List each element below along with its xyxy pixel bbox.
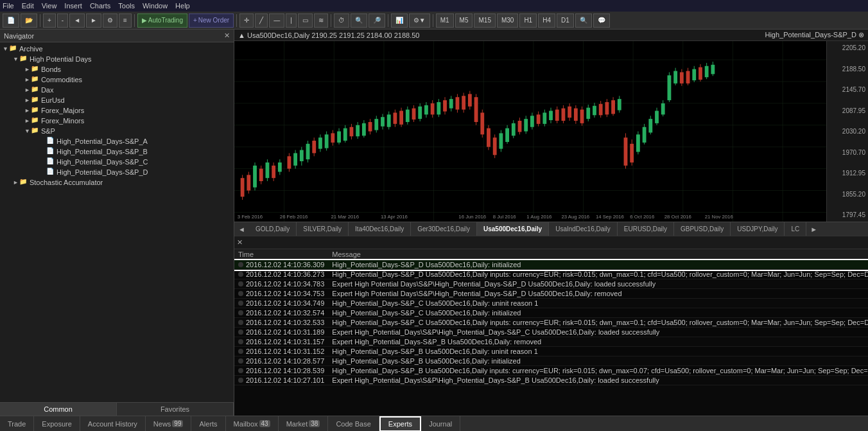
chart-tab-eurusd[interactable]: EURUSD,Daily: [618, 222, 674, 236]
tree-item-spc[interactable]: 📄 High_Potential_Days-S&P_C: [0, 157, 234, 167]
log-row[interactable]: 2016.12.02 14:10:31.152High_Potential_Da…: [234, 347, 868, 356]
bottom-tab-trade[interactable]: Trade: [0, 416, 34, 432]
chat-button[interactable]: 💬: [593, 13, 610, 28]
zoom-button[interactable]: 🔍: [351, 13, 367, 28]
bottom-tab-journal[interactable]: Journal: [421, 416, 460, 432]
log-row[interactable]: 2016.12.02 14:10:32.574High_Potential_Da…: [234, 308, 868, 318]
tree-item-bonds[interactable]: ► 📁 Bonds: [0, 64, 234, 75]
line-button[interactable]: ╱: [255, 13, 268, 28]
log-row[interactable]: 2016.12.02 14:10:32.533High_Potential_Da…: [234, 318, 868, 328]
h1-button[interactable]: H1: [519, 13, 537, 28]
m30-button[interactable]: M30: [497, 13, 518, 28]
chart-tab-usaind[interactable]: UsaIndDec16,Daily: [549, 222, 618, 236]
log-row[interactable]: 2016.12.02 14:10:34.783Expert High Poten…: [234, 279, 868, 289]
menu-insert[interactable]: Insert: [64, 2, 82, 10]
autotrading-button[interactable]: ▶ AutoTrading: [137, 13, 187, 28]
scroll-right-button[interactable]: ►: [86, 13, 101, 28]
chart-tab-prev[interactable]: ◄: [234, 224, 249, 234]
expand-forex-majors[interactable]: ►: [24, 107, 30, 114]
expand-eurusd[interactable]: ►: [24, 97, 30, 103]
menu-edit[interactable]: Edit: [22, 2, 34, 10]
m5-button[interactable]: M5: [455, 13, 473, 28]
m1-button[interactable]: M1: [436, 13, 454, 28]
tree-item-high-potential-days[interactable]: ▼ 📁 High Potential Days: [0, 54, 234, 64]
bottom-tab-market[interactable]: Market38: [279, 416, 329, 432]
log-row[interactable]: 2016.12.02 14:10:31.189Expert High_Poten…: [234, 328, 868, 337]
chart-canvas[interactable]: 3 Feb 2016 26 Feb 2016 21 Mar 2016 13 Ap…: [234, 41, 868, 222]
bottom-tab-account-history[interactable]: Account History: [80, 416, 146, 432]
log-row[interactable]: 2016.12.02 14:10:28.577High_Potential_Da…: [234, 356, 868, 366]
zoomout2-button[interactable]: 🔎: [369, 13, 385, 28]
tree-item-stochastic[interactable]: ► 📁 Stochastic Accumulator: [0, 177, 234, 188]
open-button[interactable]: 📂: [21, 13, 37, 28]
menu-help[interactable]: Help: [175, 2, 190, 10]
chart-tab-gold[interactable]: GOLD,Daily: [249, 222, 297, 236]
expand-commodities[interactable]: ►: [24, 76, 30, 83]
tree-item-eurusd[interactable]: ► 📁 EurUsd: [0, 95, 234, 105]
new-chart-button[interactable]: 📄: [3, 13, 19, 28]
expand-sp[interactable]: ▼: [24, 128, 30, 134]
log-row[interactable]: 2016.12.02 14:10:34.753Expert High Poten…: [234, 289, 868, 299]
expand-bonds[interactable]: ►: [24, 66, 30, 73]
zoom-in-button[interactable]: +: [43, 13, 56, 28]
fib-button[interactable]: ≋: [314, 13, 328, 28]
tree-item-commodities[interactable]: ► 📁 Commodities: [0, 75, 234, 85]
vline-button[interactable]: |: [286, 13, 297, 28]
log-row[interactable]: 2016.12.02 14:10:31.157Expert High_Poten…: [234, 337, 868, 347]
tree-item-forex-minors[interactable]: ► 📁 Forex_Minors: [0, 116, 234, 126]
search-button[interactable]: 🔍: [575, 13, 592, 28]
bottom-tab-mailbox[interactable]: Mailbox43: [226, 416, 279, 432]
zoom-out-button[interactable]: -: [57, 13, 68, 28]
expand-hpd[interactable]: ▼: [13, 56, 19, 62]
log-row[interactable]: 2016.12.02 14:10:27.101Expert High_Poten…: [234, 376, 868, 385]
d1-button[interactable]: D1: [557, 13, 574, 28]
log-table[interactable]: Time Message 2016.12.02 14:10:36.309High…: [234, 249, 868, 416]
menu-view[interactable]: View: [42, 2, 57, 10]
period-button[interactable]: ⏱: [334, 13, 349, 28]
tree-item-spa[interactable]: 📄 High_Potential_Days-S&P_A: [0, 136, 234, 146]
log-row[interactable]: 2016.12.02 14:10:28.539High_Potential_Da…: [234, 366, 868, 376]
indicators-button[interactable]: 📊: [391, 13, 408, 28]
bottom-tab-codebase[interactable]: Code Base: [328, 416, 379, 432]
menu-tools[interactable]: Tools: [118, 2, 135, 10]
template-button[interactable]: ≡: [119, 13, 132, 28]
tree-item-archive[interactable]: ▼ 📁 Archive: [0, 44, 234, 54]
menu-file[interactable]: File: [3, 2, 14, 10]
nav-tab-common[interactable]: Common: [0, 403, 117, 416]
crosshair-button[interactable]: ✛: [239, 13, 254, 28]
new-order-button[interactable]: + New Order: [189, 13, 234, 28]
m15-button[interactable]: M15: [474, 13, 495, 28]
rect-button[interactable]: ▭: [298, 13, 313, 28]
chart-settings-button[interactable]: ⚙▼: [409, 13, 430, 28]
bottom-tab-alerts[interactable]: Alerts: [191, 416, 225, 432]
expand-stochastic[interactable]: ►: [13, 179, 19, 186]
tree-item-spd[interactable]: 📄 High_Potential_Days-S&P_D: [0, 167, 234, 177]
expand-forex-minors[interactable]: ►: [24, 118, 30, 124]
log-row[interactable]: 2016.12.02 14:10:36.273High_Potential_Da…: [234, 270, 868, 279]
bottom-tab-exposure[interactable]: Exposure: [34, 416, 80, 432]
menu-window[interactable]: Window: [143, 2, 168, 10]
chart-tab-next[interactable]: ►: [806, 224, 821, 234]
tree-item-sp[interactable]: ▼ 📁 S&P: [0, 126, 234, 136]
bottom-tab-news[interactable]: News99: [146, 416, 192, 432]
chart-tab-ger30[interactable]: Ger30Dec16,Daily: [411, 222, 477, 236]
log-close-button[interactable]: ✕: [237, 238, 243, 247]
chart-tab-usa500[interactable]: Usa500Dec16,Daily: [477, 222, 549, 236]
tree-item-forex-majors[interactable]: ► 📁 Forex_Majors: [0, 105, 234, 116]
navigator-close-button[interactable]: ✕: [224, 31, 230, 40]
expand-dax[interactable]: ►: [24, 87, 30, 93]
log-row[interactable]: 2016.12.02 14:10:36.309High_Potential_Da…: [234, 260, 868, 270]
menu-charts[interactable]: Charts: [90, 2, 110, 10]
chart-tab-lc[interactable]: LC: [785, 222, 806, 236]
log-row[interactable]: 2016.12.02 14:10:34.749High_Potential_Da…: [234, 299, 868, 308]
chart-tab-gbpusd[interactable]: GBPUSD,Daily: [674, 222, 731, 236]
expand-archive[interactable]: ▼: [3, 46, 8, 52]
scroll-left-button[interactable]: ◄: [69, 13, 85, 28]
bottom-tab-experts[interactable]: Experts: [379, 416, 421, 432]
chart-tab-usdjpy[interactable]: USDJPY,Daily: [731, 222, 785, 236]
nav-tab-favorites[interactable]: Favorites: [117, 403, 234, 416]
chart-tab-silver[interactable]: SILVER,Daily: [297, 222, 349, 236]
properties-button[interactable]: ⚙: [103, 13, 117, 28]
chart-tab-ita40[interactable]: Ita40Dec16,Daily: [349, 222, 411, 236]
hline-button[interactable]: —: [269, 13, 284, 28]
